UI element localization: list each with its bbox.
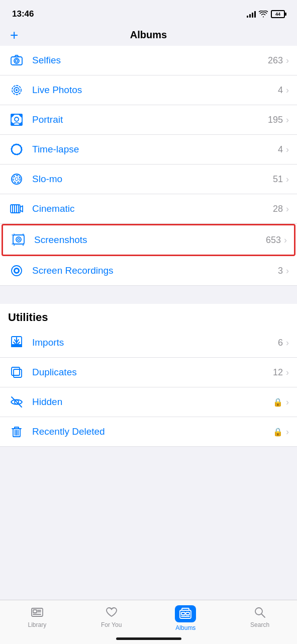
live-photos-label: Live Photos [32, 85, 278, 96]
hidden-label: Hidden [32, 396, 273, 408]
home-indicator [116, 637, 181, 640]
imports-icon [8, 334, 25, 351]
list-item[interactable]: Hidden 🔒 › [0, 387, 297, 417]
cinematic-icon [8, 200, 25, 217]
live-photos-icon [8, 82, 25, 99]
screen-recordings-icon [8, 262, 25, 279]
imports-count: 6 [278, 338, 283, 348]
portrait-icon [8, 111, 25, 128]
add-button[interactable]: + [10, 28, 18, 42]
svg-rect-27 [12, 367, 20, 375]
list-item[interactable]: Live Photos 4 › [0, 75, 297, 105]
cinematic-label: Cinematic [32, 203, 273, 214]
signal-icon [247, 11, 256, 18]
search-tab-icon [253, 605, 267, 619]
library-tab-label: Library [28, 621, 47, 628]
svg-point-5 [16, 89, 18, 91]
duplicates-label: Duplicates [32, 367, 273, 378]
section-separator [0, 286, 297, 304]
list-item[interactable]: Recently Deleted 🔒 › [0, 417, 297, 447]
svg-point-19 [16, 237, 21, 242]
screen-recordings-count: 3 [278, 266, 283, 276]
list-item[interactable]: Portrait 195 › [0, 105, 297, 135]
utilities-header: Utilities [0, 304, 297, 328]
duplicates-count: 12 [273, 367, 283, 378]
chevron-icon: › [286, 144, 289, 155]
screenshot-icon [10, 231, 27, 249]
tab-library[interactable]: Library [17, 605, 57, 628]
library-tab-icon [30, 605, 44, 619]
timelapse-icon [8, 141, 25, 158]
albums-list: Selfies 263 › Live Photos 4 › [0, 46, 297, 286]
utilities-title: Utilities [8, 311, 48, 324]
live-photos-count: 4 [278, 85, 283, 96]
albums-tab-label: Albums [175, 624, 195, 631]
trash-icon [8, 423, 25, 440]
svg-point-23 [15, 269, 18, 272]
svg-rect-41 [181, 612, 185, 615]
slomo-icon [8, 171, 25, 188]
hidden-icon [8, 393, 25, 411]
svg-point-7 [15, 117, 19, 121]
utilities-section: Utilities Imports 6 › Duplicates [0, 304, 297, 447]
svg-point-11 [13, 176, 20, 183]
battery-icon: 44 [271, 10, 285, 18]
chevron-icon: › [286, 55, 289, 66]
svg-rect-42 [186, 612, 189, 615]
list-item[interactable]: Cinematic 28 › [0, 194, 297, 224]
svg-rect-26 [14, 369, 22, 377]
list-item[interactable]: Time-lapse 4 › [0, 135, 297, 165]
list-item[interactable]: Screen Recordings 3 › [0, 256, 297, 286]
wifi-icon [259, 11, 268, 18]
chevron-icon: › [284, 235, 287, 246]
tab-for-you[interactable]: For You [91, 605, 132, 628]
chevron-icon: › [286, 204, 289, 214]
portrait-label: Portrait [32, 114, 268, 125]
chevron-icon: › [286, 367, 289, 378]
list-item[interactable]: Duplicates 12 › [0, 358, 297, 387]
imports-label: Imports [32, 337, 278, 348]
recently-deleted-label: Recently Deleted [32, 426, 273, 437]
status-bar: 13:46 44 [0, 0, 297, 25]
status-icons: 44 [247, 10, 285, 18]
svg-point-1 [14, 58, 19, 63]
selfie-icon [8, 52, 25, 69]
page-title: Albums [130, 29, 167, 41]
tab-albums[interactable]: Albums [165, 605, 206, 631]
lock-icon: 🔒 [273, 427, 283, 437]
chevron-icon: › [286, 427, 289, 437]
chevron-icon: › [286, 115, 289, 125]
svg-line-29 [12, 397, 22, 407]
svg-rect-18 [13, 235, 24, 244]
for-you-tab-icon [105, 605, 119, 619]
svg-point-2 [16, 60, 18, 62]
chevron-icon: › [286, 85, 289, 96]
svg-point-12 [15, 178, 18, 181]
chevron-icon: › [286, 266, 289, 276]
timelapse-count: 4 [278, 144, 283, 155]
selfies-label: Selfies [32, 55, 268, 66]
screenshots-label: Screenshots [34, 234, 266, 246]
timelapse-label: Time-lapse [32, 144, 278, 155]
svg-line-45 [262, 614, 265, 618]
duplicates-icon [8, 364, 25, 381]
nav-bar: + Albums [0, 25, 297, 46]
list-item[interactable]: Selfies 263 › [0, 46, 297, 75]
status-time: 13:46 [12, 9, 34, 19]
cinematic-count: 28 [273, 204, 283, 214]
selfies-count: 263 [268, 55, 283, 66]
for-you-tab-label: For You [101, 621, 122, 628]
slomo-count: 51 [273, 174, 283, 185]
list-item[interactable]: Slo-mo 51 › [0, 165, 297, 194]
slomo-label: Slo-mo [32, 174, 273, 185]
screen-recordings-label: Screen Recordings [32, 265, 278, 276]
lock-icon: 🔒 [273, 397, 283, 407]
albums-tab-icon [175, 605, 196, 622]
screenshots-list-item[interactable]: Screenshots 653 › [2, 224, 295, 256]
svg-rect-40 [182, 608, 189, 610]
list-item[interactable]: Imports 6 › [0, 328, 297, 358]
svg-rect-35 [33, 610, 37, 613]
tab-search[interactable]: Search [240, 605, 280, 628]
chevron-icon: › [286, 338, 289, 348]
screenshots-count: 653 [266, 235, 281, 246]
